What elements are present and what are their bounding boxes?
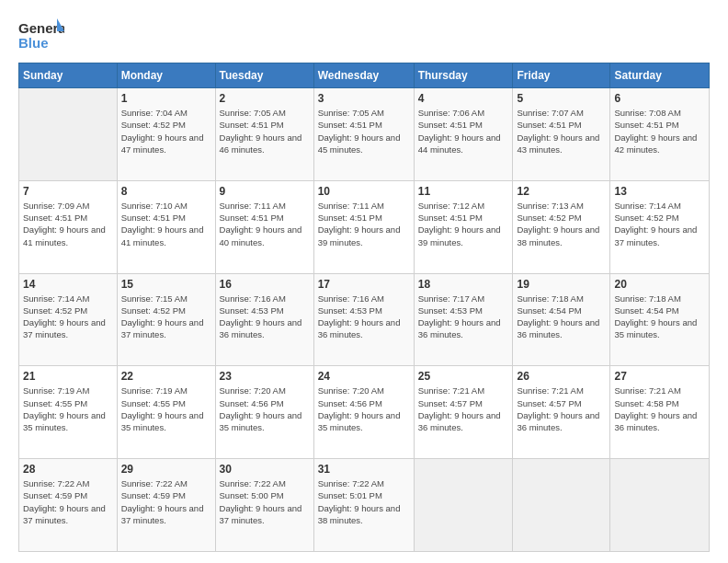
day-number: 12: [517, 185, 606, 198]
day-info: Sunrise: 7:20 AMSunset: 4:56 PMDaylight:…: [318, 385, 410, 433]
day-info: Sunrise: 7:14 AMSunset: 4:52 PMDaylight:…: [23, 293, 113, 341]
day-info: Sunrise: 7:06 AMSunset: 4:51 PMDaylight:…: [418, 107, 509, 155]
day-cell: [513, 459, 610, 552]
calendar-table: SundayMondayTuesdayWednesdayThursdayFrid…: [18, 63, 710, 552]
day-number: 22: [121, 370, 211, 383]
day-number: 23: [220, 370, 310, 383]
day-number: 15: [121, 278, 211, 291]
day-cell: 23Sunrise: 7:20 AMSunset: 4:56 PMDayligh…: [215, 366, 313, 459]
day-cell: 8Sunrise: 7:10 AMSunset: 4:51 PMDaylight…: [117, 180, 215, 273]
day-info: Sunrise: 7:16 AMSunset: 4:53 PMDaylight:…: [318, 293, 410, 341]
day-cell: 13Sunrise: 7:14 AMSunset: 4:52 PMDayligh…: [610, 180, 710, 273]
week-row-4: 28Sunrise: 7:22 AMSunset: 4:59 PMDayligh…: [19, 459, 710, 552]
day-cell: 29Sunrise: 7:22 AMSunset: 4:59 PMDayligh…: [117, 459, 215, 552]
header-thursday: Thursday: [414, 63, 513, 88]
day-info: Sunrise: 7:08 AMSunset: 4:51 PMDaylight:…: [614, 107, 705, 155]
day-number: 17: [318, 278, 410, 291]
day-cell: 15Sunrise: 7:15 AMSunset: 4:52 PMDayligh…: [117, 273, 215, 366]
day-cell: 9Sunrise: 7:11 AMSunset: 4:51 PMDaylight…: [215, 180, 313, 273]
day-number: 19: [517, 278, 606, 291]
day-cell: 2Sunrise: 7:05 AMSunset: 4:51 PMDaylight…: [215, 88, 313, 181]
day-info: Sunrise: 7:09 AMSunset: 4:51 PMDaylight:…: [23, 200, 113, 248]
header-wednesday: Wednesday: [313, 63, 414, 88]
day-number: 13: [614, 185, 705, 198]
day-info: Sunrise: 7:13 AMSunset: 4:52 PMDaylight:…: [517, 200, 606, 248]
day-cell: 24Sunrise: 7:20 AMSunset: 4:56 PMDayligh…: [313, 366, 414, 459]
day-number: 14: [23, 278, 113, 291]
day-info: Sunrise: 7:05 AMSunset: 4:51 PMDaylight:…: [220, 107, 310, 155]
day-info: Sunrise: 7:17 AMSunset: 4:53 PMDaylight:…: [418, 293, 509, 341]
day-number: 4: [418, 92, 509, 105]
day-info: Sunrise: 7:22 AMSunset: 5:00 PMDaylight:…: [220, 477, 310, 526]
day-info: Sunrise: 7:22 AMSunset: 4:59 PMDaylight:…: [121, 477, 211, 526]
day-number: 24: [318, 370, 410, 383]
day-info: Sunrise: 7:07 AMSunset: 4:51 PMDaylight:…: [517, 107, 606, 155]
day-cell: 27Sunrise: 7:21 AMSunset: 4:58 PMDayligh…: [610, 366, 710, 459]
day-info: Sunrise: 7:18 AMSunset: 4:54 PMDaylight:…: [517, 293, 606, 341]
day-info: Sunrise: 7:15 AMSunset: 4:52 PMDaylight:…: [121, 293, 211, 341]
day-info: Sunrise: 7:19 AMSunset: 4:55 PMDaylight:…: [121, 385, 211, 433]
day-number: 21: [23, 370, 113, 383]
day-info: Sunrise: 7:04 AMSunset: 4:52 PMDaylight:…: [121, 107, 211, 155]
calendar-header-row: SundayMondayTuesdayWednesdayThursdayFrid…: [19, 63, 710, 88]
week-row-2: 14Sunrise: 7:14 AMSunset: 4:52 PMDayligh…: [19, 273, 710, 366]
day-cell: [414, 459, 513, 552]
day-number: 25: [418, 370, 509, 383]
header-monday: Monday: [117, 63, 215, 88]
day-cell: 16Sunrise: 7:16 AMSunset: 4:53 PMDayligh…: [215, 273, 313, 366]
day-info: Sunrise: 7:21 AMSunset: 4:57 PMDaylight:…: [517, 385, 606, 433]
header-sunday: Sunday: [19, 63, 118, 88]
day-info: Sunrise: 7:11 AMSunset: 4:51 PMDaylight:…: [220, 200, 310, 248]
day-number: 1: [121, 92, 211, 105]
page: General Blue SundayMondayTuesdayWednesda…: [0, 0, 728, 563]
day-info: Sunrise: 7:21 AMSunset: 4:57 PMDaylight:…: [418, 385, 509, 433]
day-info: Sunrise: 7:22 AMSunset: 5:01 PMDaylight:…: [318, 477, 410, 526]
day-cell: 17Sunrise: 7:16 AMSunset: 4:53 PMDayligh…: [313, 273, 414, 366]
day-cell: 12Sunrise: 7:13 AMSunset: 4:52 PMDayligh…: [513, 180, 610, 273]
day-cell: 28Sunrise: 7:22 AMSunset: 4:59 PMDayligh…: [19, 459, 118, 552]
day-cell: 22Sunrise: 7:19 AMSunset: 4:55 PMDayligh…: [117, 366, 215, 459]
day-info: Sunrise: 7:12 AMSunset: 4:51 PMDaylight:…: [418, 200, 509, 248]
header: General Blue: [18, 15, 710, 55]
logo: General Blue: [18, 15, 70, 55]
day-number: 20: [614, 278, 705, 291]
day-info: Sunrise: 7:20 AMSunset: 4:56 PMDaylight:…: [220, 385, 310, 433]
day-number: 9: [220, 185, 310, 198]
day-info: Sunrise: 7:05 AMSunset: 4:51 PMDaylight:…: [318, 107, 410, 155]
day-cell: 10Sunrise: 7:11 AMSunset: 4:51 PMDayligh…: [313, 180, 414, 273]
day-number: 10: [318, 185, 410, 198]
day-info: Sunrise: 7:22 AMSunset: 4:59 PMDaylight:…: [23, 477, 113, 526]
header-friday: Friday: [513, 63, 610, 88]
day-number: 29: [121, 463, 211, 476]
day-cell: [610, 459, 710, 552]
day-number: 30: [220, 463, 310, 476]
day-number: 11: [418, 185, 509, 198]
day-cell: [19, 88, 118, 181]
day-number: 8: [121, 185, 211, 198]
day-number: 2: [220, 92, 310, 105]
header-tuesday: Tuesday: [215, 63, 313, 88]
day-cell: 25Sunrise: 7:21 AMSunset: 4:57 PMDayligh…: [414, 366, 513, 459]
day-number: 31: [318, 463, 410, 476]
day-cell: 1Sunrise: 7:04 AMSunset: 4:52 PMDaylight…: [117, 88, 215, 181]
day-cell: 20Sunrise: 7:18 AMSunset: 4:54 PMDayligh…: [610, 273, 710, 366]
week-row-0: 1Sunrise: 7:04 AMSunset: 4:52 PMDaylight…: [19, 88, 710, 181]
svg-text:Blue: Blue: [18, 35, 49, 51]
day-number: 26: [517, 370, 606, 383]
day-cell: 4Sunrise: 7:06 AMSunset: 4:51 PMDaylight…: [414, 88, 513, 181]
day-cell: 21Sunrise: 7:19 AMSunset: 4:55 PMDayligh…: [19, 366, 118, 459]
day-cell: 18Sunrise: 7:17 AMSunset: 4:53 PMDayligh…: [414, 273, 513, 366]
day-info: Sunrise: 7:10 AMSunset: 4:51 PMDaylight:…: [121, 200, 211, 248]
day-cell: 30Sunrise: 7:22 AMSunset: 5:00 PMDayligh…: [215, 459, 313, 552]
day-number: 7: [23, 185, 113, 198]
week-row-1: 7Sunrise: 7:09 AMSunset: 4:51 PMDaylight…: [19, 180, 710, 273]
day-cell: 6Sunrise: 7:08 AMSunset: 4:51 PMDaylight…: [610, 88, 710, 181]
day-number: 3: [318, 92, 410, 105]
day-cell: 14Sunrise: 7:14 AMSunset: 4:52 PMDayligh…: [19, 273, 118, 366]
day-cell: 19Sunrise: 7:18 AMSunset: 4:54 PMDayligh…: [513, 273, 610, 366]
day-cell: 26Sunrise: 7:21 AMSunset: 4:57 PMDayligh…: [513, 366, 610, 459]
week-row-3: 21Sunrise: 7:19 AMSunset: 4:55 PMDayligh…: [19, 366, 710, 459]
day-number: 5: [517, 92, 606, 105]
header-saturday: Saturday: [610, 63, 710, 88]
day-info: Sunrise: 7:21 AMSunset: 4:58 PMDaylight:…: [614, 385, 705, 433]
